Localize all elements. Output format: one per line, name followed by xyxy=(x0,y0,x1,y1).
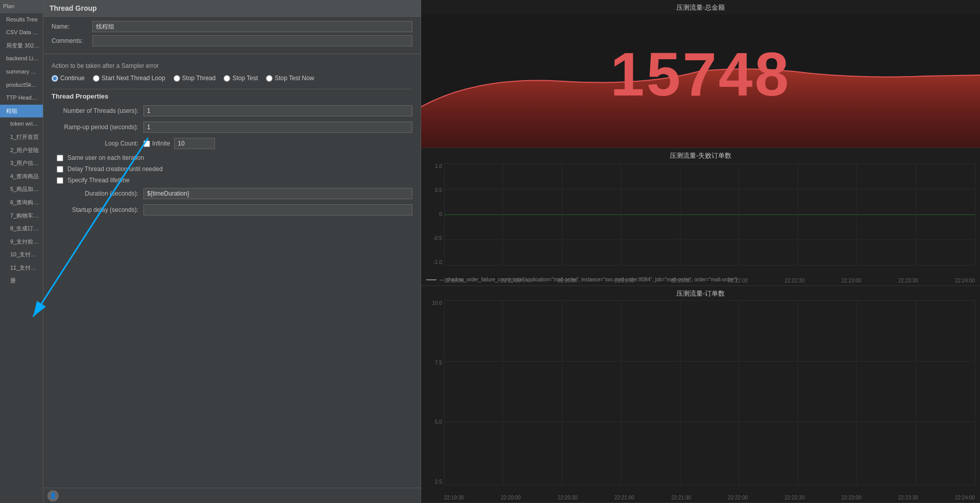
startup-delay-row: Startup delay (seconds): xyxy=(52,204,412,215)
sidebar-item[interactable]: 4_查询商品 xyxy=(0,170,43,183)
num-threads-label: Number of Threads (users): xyxy=(52,107,143,114)
mid-legend-text: — shadow_order_failure_count_total{appli… xyxy=(439,277,738,282)
num-threads-row: Number of Threads (users): xyxy=(52,105,412,116)
startup-delay-label: Startup delay (seconds): xyxy=(52,206,143,213)
bottom-x-1: 22:20:00 xyxy=(501,495,521,500)
mid-y-label-3: 0 xyxy=(439,211,442,217)
sidebar-item[interactable]: Plan xyxy=(0,0,43,13)
duration-label: Duration (seconds): xyxy=(52,190,143,197)
duration-input[interactable] xyxy=(143,188,412,199)
radio-stop-test[interactable]: Stop Test xyxy=(224,75,258,82)
sidebar-item[interactable]: 8_生成订单信... xyxy=(0,222,43,235)
bottom-x-4: 22:21:30 xyxy=(671,495,691,500)
sidebar-item[interactable]: 3_用户信息查... xyxy=(0,157,43,170)
action-label: Action to be taken after a Sampler error xyxy=(52,60,412,69)
ramp-up-label: Ramp-up period (seconds): xyxy=(52,124,143,131)
top-chart-section: 压测流量-总金额 15748 xyxy=(421,0,980,148)
radio-next-thread[interactable]: Start Next Thread Loop xyxy=(93,75,165,82)
bottom-x-5: 22:22:00 xyxy=(728,495,748,500)
sidebar-item[interactable]: 6_查询购物车 xyxy=(0,196,43,209)
legend-line-icon xyxy=(426,279,436,280)
sidebar-item[interactable]: 程组 xyxy=(0,105,43,118)
mid-x-6: 22:22:30 xyxy=(785,278,804,283)
radio-stop-test-now-label: Stop Test Now xyxy=(275,75,314,82)
sidebar-item[interactable]: token write ar... xyxy=(0,117,43,131)
bottom-chart-title: 压测流量-订单数 xyxy=(421,286,980,300)
avatar: 👤 xyxy=(47,490,59,501)
sidebar-item[interactable]: 11_支付后查询... xyxy=(0,261,43,275)
sidebar-item[interactable]: backend Listener xyxy=(0,52,43,65)
comments-input[interactable] xyxy=(92,35,412,46)
sidebar-item[interactable]: CSV Data Set Co... xyxy=(0,26,43,39)
delay-thread-label: Delay Thread creation until needed xyxy=(67,165,163,173)
bottom-x-2: 22:20:30 xyxy=(557,495,577,500)
sidebar-item[interactable]: 10_支付订单信... xyxy=(0,248,43,261)
mid-chart-legend: — shadow_order_failure_count_total{appli… xyxy=(426,277,738,282)
form-section: Action to be taken after a Sampler error… xyxy=(43,54,421,488)
bottom-chart-section: 压测流量-订单数 10.0 7.5 5.0 2.5 xyxy=(421,286,980,503)
sidebar-item[interactable]: 5_商品加入购... xyxy=(0,183,43,196)
bottom-chart-grid xyxy=(444,300,975,485)
bottom-x-0: 22:19:30 xyxy=(444,495,464,500)
name-input[interactable] xyxy=(92,21,412,32)
specify-lifetime-row: Specify Thread lifetime xyxy=(52,177,412,184)
mid-y-label-5: -1.0 xyxy=(433,259,442,265)
infinite-checkbox-label[interactable]: Infinite xyxy=(143,140,170,147)
specify-lifetime-label: Specify Thread lifetime xyxy=(67,177,130,184)
mid-x-7: 22:23:00 xyxy=(842,278,862,283)
infinite-checkbox[interactable] xyxy=(143,140,150,147)
bottom-x-7: 22:23:00 xyxy=(842,495,862,500)
bottom-x-9: 22:24:00 xyxy=(955,495,975,500)
sidebar-item[interactable]: productSkuCode... xyxy=(0,79,43,92)
sidebar-item[interactable]: 2_用户登陆 xyxy=(0,144,43,157)
sidebar-item[interactable]: 1_打开首页 xyxy=(0,131,43,144)
num-threads-input[interactable] xyxy=(143,105,412,116)
infinite-label: Infinite xyxy=(152,140,170,147)
radio-stop-thread[interactable]: Stop Thread xyxy=(174,75,216,82)
bottom-bar: 👤 xyxy=(43,488,421,503)
same-user-row: Same user on each iteration xyxy=(52,154,412,161)
top-chart-title: 压测流量-总金额 xyxy=(421,0,980,14)
ramp-up-row: Ramp-up period (seconds): xyxy=(52,122,412,133)
bottom-y-label-2: 7.5 xyxy=(435,360,442,366)
mid-chart-title: 压测流量-失败订单数 xyxy=(421,148,980,162)
mid-chart-grid xyxy=(444,163,975,265)
radio-stop-test-now[interactable]: Stop Test Now xyxy=(266,75,314,82)
sidebar-item[interactable]: summary Report xyxy=(0,65,43,79)
radio-next-thread-label: Start Next Thread Loop xyxy=(102,75,165,82)
bottom-x-3: 22:21:00 xyxy=(615,495,634,500)
radio-continue[interactable]: Continue xyxy=(52,75,85,82)
mid-y-axis: 1.0 0.5 0 -0.5 -1.0 xyxy=(421,163,444,265)
bottom-chart-svg xyxy=(444,300,975,485)
top-chart-big-number: 15748 xyxy=(610,39,791,109)
sidebar-item[interactable]: 册 xyxy=(0,274,43,288)
error-action-radio-group: Continue Start Next Thread Loop Stop Thr… xyxy=(52,75,412,82)
delay-thread-checkbox[interactable] xyxy=(57,166,63,173)
comments-label: Comments: xyxy=(52,37,92,44)
delay-thread-row: Delay Thread creation until needed xyxy=(52,165,412,173)
startup-delay-input[interactable] xyxy=(143,204,412,215)
bottom-y-axis: 10.0 7.5 5.0 2.5 xyxy=(421,300,444,485)
jmeter-panel: Thread Group Name: Comments: Action to b… xyxy=(43,0,421,503)
sidebar-item[interactable]: 7_购物车信息... xyxy=(0,209,43,223)
mid-x-8: 22:23:30 xyxy=(898,278,918,283)
bottom-x-8: 22:23:30 xyxy=(898,495,918,500)
specify-lifetime-checkbox[interactable] xyxy=(57,177,63,184)
ramp-up-input[interactable] xyxy=(143,122,412,133)
name-comments-section: Name: Comments: xyxy=(43,17,421,54)
bottom-y-label-1: 10.0 xyxy=(432,300,442,306)
sidebar-item[interactable]: TTP Header Ma... xyxy=(0,91,43,105)
same-user-checkbox[interactable] xyxy=(57,155,63,161)
duration-row: Duration (seconds): xyxy=(52,188,412,199)
charts-panel: 压测流量-总金额 15748 压测流量-失败订单数 1.0 0.5 0 -0.5 xyxy=(421,0,980,503)
sidebar-item[interactable]: 9_支付前查询... xyxy=(0,235,43,249)
thread-props-title: Thread Properties xyxy=(52,89,412,100)
loop-count-input[interactable] xyxy=(174,138,215,149)
radio-stop-test-label: Stop Test xyxy=(232,75,258,82)
mid-y-label-4: -0.5 xyxy=(433,235,442,241)
radio-continue-label: Continue xyxy=(60,75,85,82)
same-user-label: Same user on each iteration xyxy=(67,154,144,161)
sidebar-item[interactable]: Results Tree xyxy=(0,13,43,27)
sidebar-item[interactable]: 局变量 30201 ... xyxy=(0,39,43,53)
bottom-y-label-3: 5.0 xyxy=(435,419,442,425)
